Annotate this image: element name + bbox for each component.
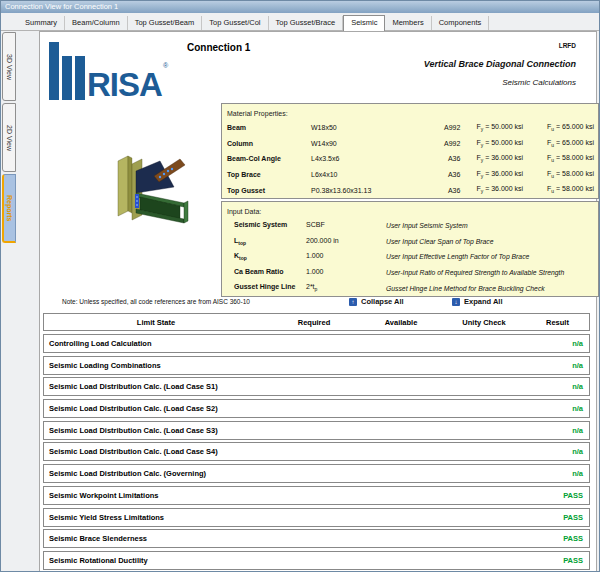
col-available: Available	[360, 318, 442, 327]
input-row-gusset-hinge-line: Gusset Hinge Line 2*tp Gusset Hinge Line…	[227, 280, 594, 296]
material-row-beam-col-angle: Beam-Col Angle L4x3.5x6 A36 Fy = 36.000 …	[227, 151, 594, 167]
result-value: n/a	[572, 404, 589, 413]
window-title: Connection View for Connection 1	[5, 2, 118, 11]
input-row-ca-beam-ratio: Ca Beam Ratio 1.000 User-Input Ratio of …	[227, 265, 594, 281]
col-result: Result	[526, 318, 589, 327]
result-value: n/a	[572, 382, 589, 391]
design-code-label: LRFD	[559, 42, 576, 49]
result-value: n/a	[572, 339, 589, 348]
svg-text:RISA: RISA	[87, 66, 162, 100]
result-value: PASS	[563, 534, 589, 543]
material-row-column: Column W14x90 A992 Fy = 50.000 ksi Fu = …	[227, 136, 594, 152]
collapse-all-icon: ↑	[349, 298, 357, 306]
result-value: PASS	[563, 513, 589, 522]
result-value: n/a	[572, 447, 589, 456]
window-titlebar[interactable]: Connection View for Connection 1	[1, 1, 599, 13]
input-row-seismic-system: Seismic System SCBF User Input Seismic S…	[227, 218, 594, 234]
col-required: Required	[268, 318, 360, 327]
tab-members[interactable]: Members	[385, 16, 431, 31]
tab-beam-column[interactable]: Beam/Column	[65, 16, 128, 31]
input-row-k-top: Ktop 1.000 User Input Effective Length F…	[227, 249, 594, 265]
expand-all-icon: ↓	[452, 298, 460, 306]
limit-state-row[interactable]: Seismic Rotational Ductility PASS	[43, 551, 590, 570]
tab-top-gusset-col[interactable]: Top Gusset/Col	[202, 16, 268, 31]
side-tab-strip: 3D View 2D View Reports	[2, 32, 16, 245]
tab-components[interactable]: Components	[432, 16, 490, 31]
col-unity-check: Unity Check	[442, 318, 526, 327]
material-properties-panel: Material Properties: Beam W18x50 A992 Fy…	[221, 103, 599, 199]
material-row-beam: Beam W18x50 A992 Fy = 50.000 ksi Fu = 65…	[227, 120, 594, 136]
limit-state-row[interactable]: Seismic Load Distribution Calc. (Load Ca…	[43, 421, 590, 440]
material-properties-heading: Material Properties:	[227, 107, 594, 120]
result-value: n/a	[572, 469, 589, 478]
result-value: PASS	[563, 491, 589, 500]
connection-3d-model	[110, 149, 190, 244]
result-value: n/a	[572, 426, 589, 435]
material-row-top-brace: Top Brace L6x4x10 A36 Fy = 36.000 ksi Fu…	[227, 167, 594, 183]
limit-state-row[interactable]: Seismic Load Distribution Calc. (Governi…	[43, 464, 590, 483]
limit-state-row[interactable]: Seismic Yield Stress Limitations PASS	[43, 508, 590, 527]
limit-state-row[interactable]: Controlling Load Calculation n/a	[43, 334, 590, 353]
tab-summary[interactable]: Summary	[18, 16, 65, 31]
limit-state-row[interactable]: Seismic Load Distribution Calc. (Load Ca…	[43, 442, 590, 461]
material-row-top-gusset: Top Gusset P0.38x13.60x31.13 A36 Fy = 36…	[227, 182, 594, 198]
limit-state-row[interactable]: Seismic Loading Combinations n/a	[43, 356, 590, 375]
side-tab-3d-view[interactable]: 3D View	[2, 32, 16, 101]
collapse-all-button[interactable]: ↑ Collapse All	[349, 297, 404, 306]
input-data-panel: Input Data: Seismic System SCBF User Inp…	[221, 201, 599, 297]
input-data-heading: Input Data:	[227, 205, 594, 218]
limit-state-row[interactable]: Seismic Load Distribution Calc. (Load Ca…	[43, 399, 590, 418]
connection-view-window: Connection View for Connection 1 Summary…	[0, 0, 600, 572]
tab-top-gusset-brace[interactable]: Top Gusset/Brace	[269, 16, 344, 31]
result-value: PASS	[563, 556, 589, 565]
tab-top-gusset-beam[interactable]: Top Gusset/Beam	[128, 16, 203, 31]
side-tab-2d-view[interactable]: 2D View	[2, 103, 16, 172]
side-tab-reports[interactable]: Reports	[2, 174, 16, 243]
col-limit-state: Limit State	[44, 318, 268, 327]
svg-text:®: ®	[163, 62, 169, 69]
expand-all-button[interactable]: ↓ Expand All	[452, 297, 502, 306]
report-page: RISA ® Connection 1 LRFD Vertical Brace …	[39, 31, 597, 571]
calc-type-subtitle: Seismic Calculations	[502, 78, 576, 87]
results-table-header: Limit State Required Available Unity Che…	[43, 313, 590, 331]
input-row-l-top: Ltop 200.000 in User Input Clear Span of…	[227, 234, 594, 250]
result-value: n/a	[572, 361, 589, 370]
limit-state-row[interactable]: Seismic Brace Slenderness PASS	[43, 529, 590, 548]
results-table-body: Controlling Load Calculation n/a Seismic…	[43, 334, 590, 572]
limit-state-row[interactable]: Seismic Workpoint Limitations PASS	[43, 486, 590, 505]
tab-seismic[interactable]: Seismic	[343, 15, 385, 32]
code-reference-note: Note: Unless specified, all code referen…	[62, 298, 250, 305]
risa-logo: RISA ®	[49, 42, 174, 100]
limit-state-row[interactable]: Seismic Load Distribution Calc. (Load Ca…	[43, 377, 590, 396]
connection-type-subtitle: Vertical Brace Diagonal Connection	[424, 59, 576, 69]
note-toolbar-row: Note: Unless specified, all code referen…	[40, 297, 596, 309]
page-title: Connection 1	[187, 42, 250, 53]
top-tab-strip: Summary Beam/Column Top Gusset/Beam Top …	[1, 13, 599, 31]
